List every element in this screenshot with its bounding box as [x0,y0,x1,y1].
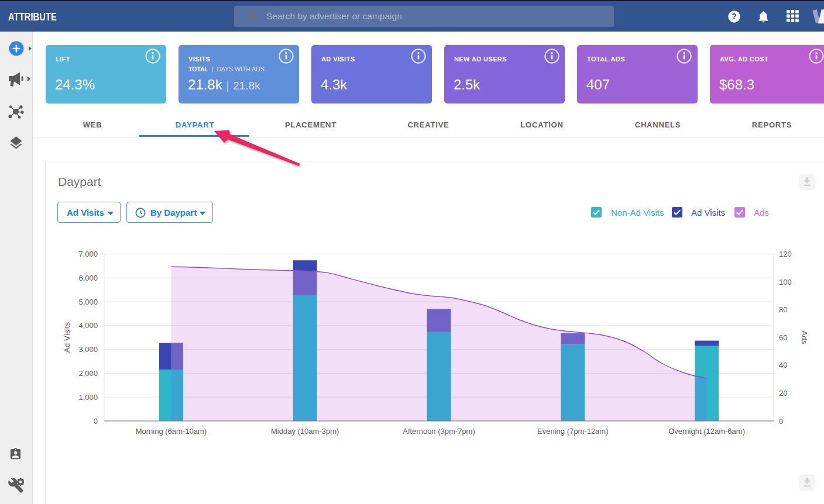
svg-text:1,000: 1,000 [78,393,98,402]
svg-text:20: 20 [779,389,787,398]
svg-text:5,000: 5,000 [78,298,98,306]
svg-text:60: 60 [779,333,787,342]
svg-text:6,000: 6,000 [78,274,98,282]
svg-text:0: 0 [779,417,783,426]
svg-text:100: 100 [779,278,792,286]
svg-text:Midday (10am-3pm): Midday (10am-3pm) [271,427,339,436]
svg-text:?: ? [732,12,737,21]
svg-text:2,000: 2,000 [78,369,98,378]
svg-text:Ad Visits: Ad Visits [63,322,71,353]
svg-text:Morning (6am-10am): Morning (6am-10am) [136,427,207,436]
svg-text:4,000: 4,000 [78,321,98,330]
svg-text:3,000: 3,000 [78,345,98,354]
svg-text:Ads: Ads [800,330,809,344]
svg-text:Afternoon (3pm-7pm): Afternoon (3pm-7pm) [403,427,475,436]
svg-text:80: 80 [779,305,787,314]
svg-text:0: 0 [94,417,98,426]
svg-text:Evening (7pm-12am): Evening (7pm-12am) [537,427,608,436]
svg-text:120: 120 [779,250,792,258]
svg-text:7,000: 7,000 [78,250,98,258]
svg-text:40: 40 [779,361,787,370]
svg-text:Overnight (12am-6am): Overnight (12am-6am) [668,427,745,436]
